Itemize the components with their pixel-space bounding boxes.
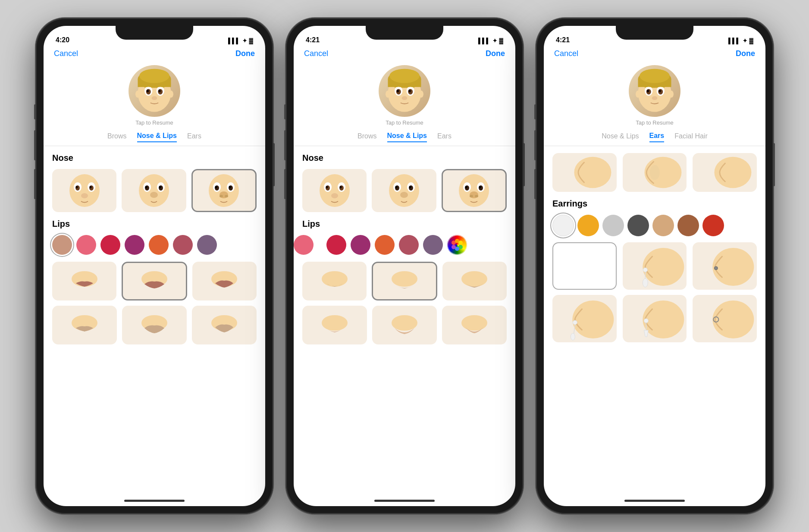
svg-point-83 — [475, 195, 478, 197]
svg-point-57 — [419, 91, 423, 98]
tab-nose-lips-1[interactable]: Nose & Lips — [137, 132, 177, 142]
svg-point-9 — [158, 90, 161, 92]
lip-shape-3[interactable] — [192, 262, 257, 300]
avatar-area-1[interactable]: Tap to Resume — [44, 62, 265, 128]
tab-ears-3[interactable]: Ears — [649, 132, 665, 142]
tab-facial-hair-3[interactable]: Facial Hair — [674, 132, 707, 142]
cancel-button-1[interactable]: Cancel — [54, 49, 78, 58]
lip-shape-2-5[interactable] — [372, 306, 437, 344]
svg-point-108 — [636, 91, 640, 98]
lip-shape-2-4[interactable] — [302, 306, 367, 344]
category-tabs-3: Nose & Lips Ears Facial Hair — [544, 128, 765, 146]
earring-style-3[interactable] — [552, 295, 617, 342]
svg-point-118 — [713, 248, 754, 286]
lip-shape-2-3[interactable] — [442, 262, 507, 300]
avatar-area-2[interactable]: Tap to Resume — [294, 62, 515, 128]
tab-nose-lips-2[interactable]: Nose & Lips — [387, 132, 427, 142]
tab-brows-2[interactable]: Brows — [357, 132, 376, 142]
earring-color-silver[interactable] — [602, 215, 624, 236]
nose-section-title-1: Nose — [52, 153, 257, 163]
earring-style-4[interactable] — [623, 295, 687, 342]
avatar-circle-2[interactable] — [379, 65, 430, 117]
phone-3: 4:21 ▌▌▌ ✦ ▓ Cancel Done — [536, 18, 773, 514]
lip-color-3[interactable] — [100, 235, 120, 255]
notch-1 — [116, 26, 193, 40]
lip-color-multicolor[interactable] — [447, 235, 467, 255]
cancel-button-2[interactable]: Cancel — [304, 49, 328, 58]
lip-shape-5[interactable] — [122, 306, 187, 344]
lip-shape-svg-1c — [209, 270, 239, 292]
lip-shape-row-2 — [52, 306, 257, 344]
volume-up-button — [34, 130, 36, 160]
svg-point-87 — [458, 241, 463, 245]
ear-option-top-1[interactable] — [552, 153, 617, 192]
lip-color-2[interactable] — [76, 235, 96, 255]
svg-point-92 — [392, 271, 417, 287]
nose-option-2[interactable] — [122, 169, 186, 212]
lip-color-6[interactable] — [173, 235, 193, 255]
lip-color-7[interactable] — [197, 235, 217, 255]
lip-shape-2[interactable] — [122, 262, 187, 300]
lip-color-2a[interactable] — [294, 235, 314, 255]
nose-option-3[interactable] — [191, 169, 257, 212]
ear-option-top-2[interactable] — [623, 153, 687, 192]
tap-resume-label-3: Tap to Resume — [636, 119, 673, 126]
earring-color-dark[interactable] — [627, 215, 649, 236]
tab-ears-1[interactable]: Ears — [187, 132, 201, 142]
tab-brows-1[interactable]: Brows — [107, 132, 126, 142]
svg-point-119 — [715, 266, 718, 270]
nose-option-2a[interactable] — [302, 169, 367, 212]
svg-point-71 — [395, 186, 397, 188]
svg-point-19 — [89, 186, 91, 188]
earring-color-red[interactable] — [702, 215, 724, 236]
done-button-1[interactable]: Done — [235, 49, 255, 58]
volume-down-button — [34, 169, 36, 199]
ear-option-top-3[interactable] — [693, 153, 757, 192]
content-3: Earrings — [544, 146, 765, 354]
earring-style-2[interactable] — [693, 242, 757, 290]
earring-style-5[interactable] — [693, 295, 757, 342]
wifi-icon-3: ✦ — [743, 38, 747, 44]
lip-color-2c[interactable] — [351, 235, 370, 255]
lip-shape-1[interactable] — [52, 262, 116, 300]
earring-color-brown[interactable] — [677, 215, 699, 236]
lip-shape-row-1 — [52, 262, 257, 300]
done-button-3[interactable]: Done — [736, 49, 755, 58]
earring-color-tan[interactable] — [652, 215, 674, 236]
earring-style-none[interactable] — [552, 242, 617, 290]
lip-color-2b[interactable] — [326, 235, 346, 255]
lip-shape-2-2[interactable] — [372, 262, 437, 300]
wifi-icon: ✦ — [242, 38, 247, 44]
svg-point-27 — [159, 186, 161, 188]
nav-bar-2: Cancel Done — [294, 46, 515, 62]
earring-color-gold[interactable] — [577, 215, 599, 236]
svg-point-107 — [652, 96, 658, 100]
earring-style-1[interactable] — [623, 242, 687, 290]
svg-point-10 — [152, 96, 157, 100]
avatar-circle-1[interactable] — [129, 65, 180, 117]
lip-color-5[interactable] — [149, 235, 169, 255]
nose-option-1[interactable] — [52, 169, 116, 212]
lip-color-1[interactable] — [52, 235, 72, 255]
earring-color-white[interactable] — [552, 215, 574, 236]
lip-shape-2-1[interactable] — [302, 262, 367, 300]
lip-color-4[interactable] — [125, 235, 144, 255]
lip-shape-2-6[interactable] — [442, 306, 507, 344]
nose-option-2c[interactable] — [442, 169, 507, 212]
lip-shape-6[interactable] — [192, 306, 257, 344]
lip-color-2d[interactable] — [375, 235, 395, 255]
lip-color-2f[interactable] — [423, 235, 443, 255]
lip-color-2e[interactable] — [399, 235, 419, 255]
tap-resume-label-1: Tap to Resume — [135, 119, 173, 126]
nose-options-row-2 — [302, 169, 507, 212]
avatar-area-3[interactable]: Tap to Resume — [544, 62, 765, 128]
avatar-circle-3[interactable] — [629, 65, 680, 117]
volume-mute-button — [34, 104, 36, 119]
tab-nose-lips-3[interactable]: Nose & Lips — [602, 132, 639, 142]
volume-mute-button-3 — [534, 104, 536, 119]
lip-shape-4[interactable] — [52, 306, 117, 344]
cancel-button-3[interactable]: Cancel — [554, 49, 578, 58]
nose-option-2b[interactable] — [372, 169, 436, 212]
done-button-2[interactable]: Done — [486, 49, 505, 58]
tab-ears-2[interactable]: Ears — [437, 132, 452, 142]
